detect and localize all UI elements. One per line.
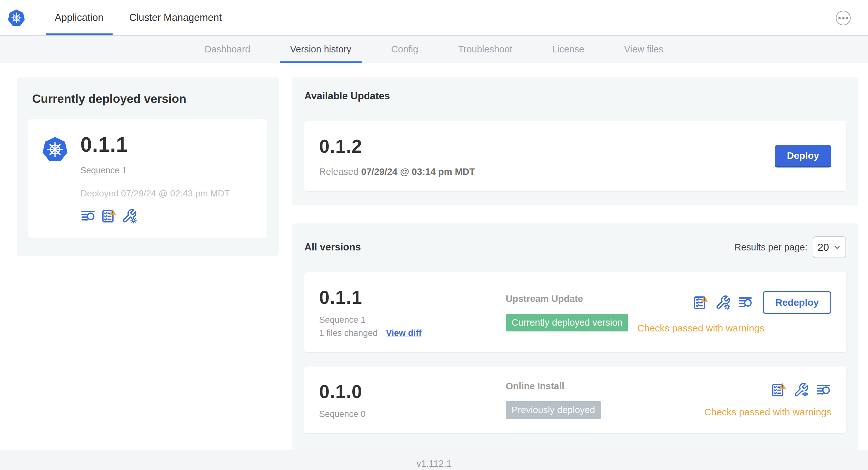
checks-status-text: Checks passed with warnings xyxy=(704,407,831,417)
more-menu-button[interactable] xyxy=(836,11,850,25)
deployed-timestamp: Deployed 07/29/24 @ 02:43 pm MDT xyxy=(81,189,230,199)
active-tab-underline xyxy=(46,33,113,35)
row-sequence: Sequence 1 xyxy=(319,315,506,325)
main-content: Currently deployed version 0.1.1 Sequenc… xyxy=(0,63,868,450)
all-versions-title: All versions xyxy=(304,241,361,253)
available-updates-title: Available Updates xyxy=(304,90,846,102)
preflight-checks-warning-icon[interactable] xyxy=(693,295,708,310)
checks-status-text: Checks passed with warnings xyxy=(637,323,831,334)
console-version: v1.112.1 xyxy=(416,459,452,469)
update-released-line: Released 07/29/24 @ 03:14 pm MDT xyxy=(319,167,475,177)
subnav-tab-troubleshoot[interactable]: Troubleshoot xyxy=(438,36,532,63)
preflight-checks-warning-icon[interactable] xyxy=(771,382,786,398)
edit-config-icon[interactable] xyxy=(122,208,137,224)
subnav-tab-dashboard[interactable]: Dashboard xyxy=(185,36,270,63)
version-history-section: Available Updates 0.1.2 Released 07/29/2… xyxy=(292,77,858,450)
deployed-status-badge: Currently deployed version xyxy=(506,314,628,331)
currently-deployed-section: Currently deployed version 0.1.1 Sequenc… xyxy=(17,77,279,256)
view-config-icon[interactable] xyxy=(793,382,809,398)
view-diff-link[interactable]: View diff xyxy=(386,328,422,338)
all-versions-card: All versions Results per page: 20 0.1.1 … xyxy=(292,224,858,450)
tab-cluster-management[interactable]: Cluster Management xyxy=(117,0,235,35)
header-tabs: Application Cluster Management xyxy=(42,0,235,35)
version-row-0-1-0: 0.1.0 Sequence 0 Online Install Previous… xyxy=(304,367,846,433)
release-notes-icon[interactable] xyxy=(738,295,753,310)
subnav-tab-version-history[interactable]: Version history xyxy=(270,36,371,63)
tab-application[interactable]: Application xyxy=(42,0,117,35)
available-updates-card: Available Updates 0.1.2 Released 07/29/2… xyxy=(292,77,858,205)
update-released-timestamp: 07/29/24 @ 03:14 pm MDT xyxy=(361,167,475,177)
active-subtab-underline xyxy=(280,61,362,63)
row-version-number: 0.1.1 xyxy=(319,287,506,308)
update-row: 0.1.2 Released 07/29/24 @ 03:14 pm MDT D… xyxy=(304,121,846,191)
tab-cluster-management-label: Cluster Management xyxy=(129,12,222,24)
subnav-tab-view-files[interactable]: View files xyxy=(604,36,683,63)
kubernetes-app-icon xyxy=(41,135,69,163)
previously-deployed-badge: Previously deployed xyxy=(506,401,601,419)
release-notes-icon[interactable] xyxy=(81,208,96,224)
ellipsis-icon xyxy=(838,17,841,19)
release-notes-icon[interactable] xyxy=(816,382,831,398)
preflight-checks-warning-icon[interactable] xyxy=(101,208,117,224)
subnav-tab-config[interactable]: Config xyxy=(371,36,438,63)
row-version-number: 0.1.0 xyxy=(319,381,506,402)
version-row-0-1-1: 0.1.1 Sequence 1 1 files changed View di… xyxy=(304,272,846,352)
row-source-label: Upstream Update xyxy=(506,294,637,304)
app-header: Application Cluster Management xyxy=(0,0,868,35)
deployed-sequence: Sequence 1 xyxy=(81,166,230,175)
deployed-version-card: 0.1.1 Sequence 1 Deployed 07/29/24 @ 02:… xyxy=(28,119,267,239)
update-version-number: 0.1.2 xyxy=(319,135,475,157)
row-sequence: Sequence 0 xyxy=(319,409,506,419)
subnav-tab-license[interactable]: License xyxy=(532,36,604,63)
deployed-version-number: 0.1.1 xyxy=(81,133,230,157)
row-files-changed: 1 files changed xyxy=(319,328,378,338)
redeploy-button[interactable]: Redeploy xyxy=(763,291,831,314)
chevron-down-icon xyxy=(833,243,841,251)
app-subnav: Dashboard Version history Config Trouble… xyxy=(0,35,868,63)
results-per-page-label: Results per page: xyxy=(735,242,808,253)
tab-application-label: Application xyxy=(55,12,103,24)
results-per-page-select[interactable]: 20 xyxy=(813,236,846,258)
kubernetes-logo-icon xyxy=(7,8,26,27)
edit-config-icon[interactable] xyxy=(715,295,731,310)
deploy-button[interactable]: Deploy xyxy=(775,145,831,167)
currently-deployed-card: Currently deployed version 0.1.1 Sequenc… xyxy=(17,77,279,256)
row-source-label: Online Install xyxy=(506,381,704,392)
currently-deployed-title: Currently deployed version xyxy=(32,92,267,106)
app-footer: v1.112.1 xyxy=(0,450,868,470)
